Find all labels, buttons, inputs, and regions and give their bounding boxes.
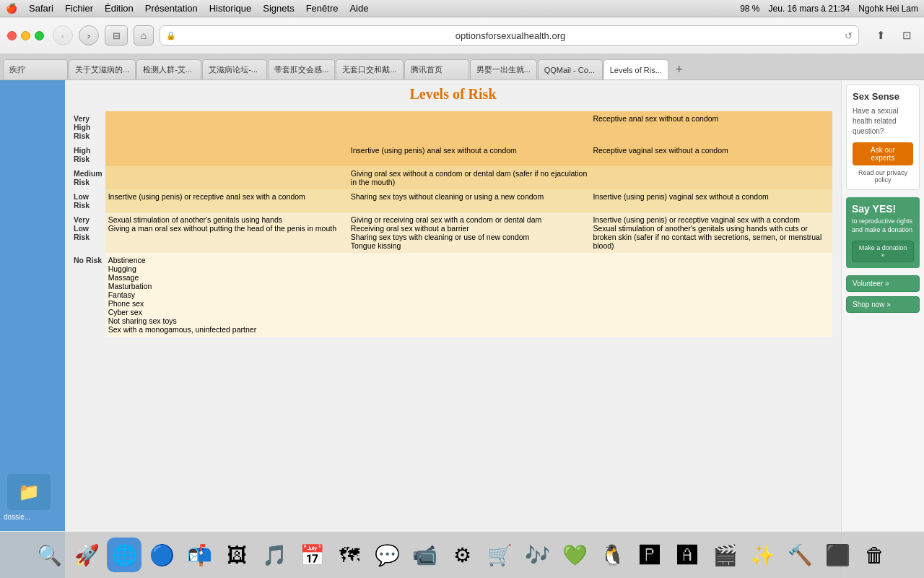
dock-photoshop[interactable]: 🅿: [632, 538, 667, 572]
medium-risk-item1: Giving oral sex without a condom or dent…: [351, 169, 587, 186]
dock-itunes[interactable]: 🎶: [520, 538, 554, 572]
tab-5[interactable]: 带套肛交会感...: [268, 59, 335, 79]
no-risk-row: No Risk Abstinence Hugging Massage Mastu…: [74, 253, 832, 337]
menu-signets[interactable]: Signets: [263, 3, 294, 14]
say-yes-box: Say YES! to reproductive rights and make…: [846, 197, 920, 268]
dock-photos[interactable]: 🖼: [219, 538, 254, 572]
menu-edition[interactable]: Édition: [105, 3, 134, 14]
no-risk-item9: Sex with a monogamous, uninfected partne…: [108, 325, 256, 334]
tab-8[interactable]: 男婴一出生就...: [470, 59, 537, 79]
low-risk-col3: Insertive (using penis) vaginal sex with…: [590, 189, 832, 212]
dock-launchpad[interactable]: 🚀: [69, 538, 104, 572]
tab-3[interactable]: 检测人群-艾...: [136, 59, 201, 79]
privacy-policy-link[interactable]: Read our privacy policy: [853, 169, 913, 184]
dock-trash[interactable]: 🗑: [858, 538, 892, 572]
sidebar-toggle-button[interactable]: ⊟: [105, 25, 128, 46]
dock-illustrator[interactable]: 🅰: [670, 538, 705, 572]
low-risk-row: Low Risk Insertive (using penis) or rece…: [74, 189, 832, 212]
no-risk-item3: Massage: [108, 273, 139, 282]
low-risk-col1: Insertive (using penis) or receptive ana…: [105, 189, 348, 212]
dock-safari[interactable]: 🌐: [107, 538, 141, 572]
very-low-risk-item8: Sexual stimulation of another's genitals…: [593, 224, 821, 250]
dock-aftereffects[interactable]: ✨: [745, 538, 780, 572]
menu-historique[interactable]: Historique: [209, 3, 252, 14]
page-title: Levels of Risk: [74, 86, 832, 103]
menu-presentation[interactable]: Présentation: [145, 3, 198, 14]
dock-settings[interactable]: ⚙: [445, 538, 479, 572]
dock-wechat[interactable]: 💚: [557, 538, 592, 572]
left-sidebar-bar: dossie... 📁: [0, 80, 65, 578]
no-risk-item8: Not sharing sex toys: [108, 316, 177, 325]
home-button[interactable]: ⌂: [134, 25, 154, 46]
url-text: optionsforsexualhealth.org: [180, 30, 840, 41]
dock-mail[interactable]: 📬: [182, 538, 217, 572]
tabs-bar: 疾拧 关于艾滋病的... 检测人群-艾... 艾滋病论坛-... 带套肛交会感.…: [0, 53, 924, 79]
forward-button[interactable]: ›: [79, 25, 99, 46]
tab-6[interactable]: 无套口交和戴...: [336, 59, 403, 79]
ask-experts-button[interactable]: Ask our experts: [853, 142, 913, 165]
very-high-risk-col1: [105, 111, 348, 143]
user-display: Ngohk Hei Lam: [858, 4, 918, 14]
no-risk-label: No Risk: [74, 253, 105, 337]
back-button[interactable]: ‹: [53, 25, 73, 46]
menu-fenetre[interactable]: Fenêtre: [306, 3, 339, 14]
dock-qq[interactable]: 🐧: [595, 538, 629, 572]
very-low-risk-col2: Giving or receiving oral sex with a cond…: [348, 212, 590, 253]
very-low-risk-col1: Sexual stimulation of another's genitals…: [105, 212, 348, 253]
very-low-risk-item4: Receiving oral sex without a barrier: [351, 224, 469, 233]
safari-toolbar: ‹ › ⊟ ⌂ 🔒 optionsforsexualhealth.org ↺ ⬆…: [0, 17, 924, 53]
tabs-view-button[interactable]: ⊡: [897, 25, 917, 46]
high-risk-col3: Receptive vaginal sex without a condom: [590, 143, 832, 166]
tab-7[interactable]: 腾讯首页: [404, 59, 469, 79]
dock-music[interactable]: 🎵: [257, 538, 292, 572]
maximize-button[interactable]: [35, 31, 44, 40]
apple-menu[interactable]: 🍎: [6, 3, 17, 14]
tab-4[interactable]: 艾滋病论坛-...: [202, 59, 267, 79]
dock-finder[interactable]: 🔍: [32, 538, 66, 572]
dock-premiere[interactable]: 🎬: [707, 538, 742, 572]
very-low-risk-label: Very Low Risk: [74, 212, 105, 253]
no-risk-col3: [590, 253, 832, 337]
dock-terminal[interactable]: ⬛: [820, 538, 855, 572]
folder-icon: 📁: [7, 474, 51, 510]
reload-button[interactable]: ↺: [845, 30, 853, 41]
dock-chrome[interactable]: 🔵: [144, 538, 179, 572]
very-low-risk-item5: Sharing sex toys with cleaning or use of…: [351, 233, 529, 241]
tab-levels-of-risk[interactable]: Levels of Ris...: [603, 59, 668, 79]
address-bar[interactable]: 🔒 optionsforsexualhealth.org ↺: [160, 25, 859, 46]
close-button[interactable]: [7, 31, 17, 40]
make-donation-button[interactable]: Make a donation »: [852, 241, 914, 262]
tab-2[interactable]: 关于艾滋病的...: [69, 59, 136, 79]
risk-table: Very High Risk Receptive anal sex withou…: [74, 111, 832, 337]
menubar: 🍎 Safari Fichier Édition Présentation Hi…: [0, 0, 924, 17]
low-risk-item3: Insertive (using penis) vaginal sex with…: [593, 192, 768, 201]
dock-messages[interactable]: 💬: [370, 538, 404, 572]
very-low-risk-item1: Sexual stimulation of another's genitals…: [108, 215, 282, 224]
medium-risk-row: Medium Risk Giving oral sex without a co…: [74, 166, 832, 189]
medium-risk-label: Medium Risk: [74, 166, 105, 189]
dock-maps[interactable]: 🗺: [332, 538, 367, 572]
menu-safari[interactable]: Safari: [29, 3, 53, 14]
no-risk-item7: Cyber sex: [108, 308, 142, 316]
new-tab-button[interactable]: +: [669, 59, 689, 79]
tab-9[interactable]: QQMail - Co...: [538, 59, 603, 79]
minimize-button[interactable]: [21, 31, 30, 40]
menu-fichier[interactable]: Fichier: [65, 3, 93, 14]
very-low-risk-row: Very Low Risk Sexual stimulation of anot…: [74, 212, 832, 253]
no-risk-item1: Abstinence: [108, 256, 146, 264]
volunteer-button[interactable]: Volunteer »: [846, 275, 920, 292]
shop-button[interactable]: Shop now »: [846, 296, 920, 313]
no-risk-item5: Fantasy: [108, 290, 135, 299]
dock-calendar[interactable]: 📅: [295, 538, 329, 572]
dock-facetime[interactable]: 📹: [407, 538, 442, 572]
menu-aide[interactable]: Aide: [349, 3, 368, 14]
dock-appstore[interactable]: 🛒: [482, 538, 517, 572]
dock-xcode[interactable]: 🔨: [783, 538, 817, 572]
tab-1[interactable]: 疾拧: [3, 59, 68, 79]
medium-risk-col1: [105, 166, 348, 189]
medium-risk-col3: [590, 166, 832, 189]
toolbar-right-buttons: ⬆ ⊡: [871, 25, 917, 46]
medium-risk-col2: Giving oral sex without a condom or dent…: [348, 166, 590, 189]
high-risk-item2: Receptive vaginal sex without a condom: [593, 146, 728, 155]
share-button[interactable]: ⬆: [871, 25, 891, 46]
